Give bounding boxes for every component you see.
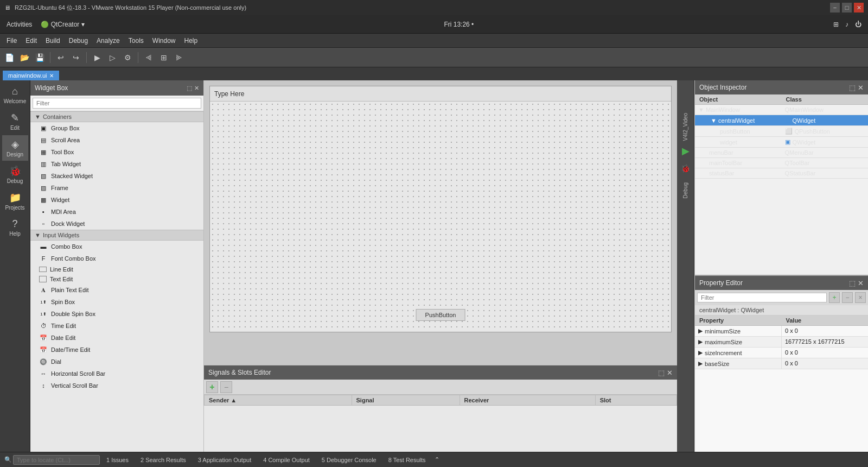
wb-tab-widget[interactable]: ▥ Tab Widget [30,158,203,170]
obj-row-pushbutton[interactable]: pushButton ⬜QPushButton [695,126,868,137]
prop-row-maximumsize[interactable]: ▶ maximumSize 16777215 x 16777215 [695,337,868,348]
obj-row-widget[interactable]: widget ▣QWidget [695,137,868,148]
push-button-widget[interactable]: PushButton [416,309,465,321]
prop-filter-remove[interactable]: − [842,292,853,303]
obj-row-mainwindow[interactable]: ▼ MainWindow QMainWindow [695,105,868,115]
wb-vscrollbar[interactable]: ↕ Vertical Scroll Bar [30,380,203,392]
maximize-button[interactable]: □ [842,3,852,12]
prop-filter-add[interactable]: + [829,292,840,303]
wb-mdi-area[interactable]: ▪ MDI Area [30,206,203,218]
wb-text-edit[interactable]: Text Edit [30,274,203,284]
menu-tools[interactable]: Tools [124,36,148,46]
prop-editor-float[interactable]: ⬚ [849,279,856,287]
sidebar-projects[interactable]: 📁 Projects [2,188,28,214]
qtcreator-menu[interactable]: 🟢 QtCreator ▾ [41,21,84,28]
obj-row-toolbar[interactable]: mainToolBar QToolBar [695,158,868,168]
toolbar-run[interactable]: ▷ [105,51,119,65]
prop-row-minimumsize[interactable]: ▶ minimumSize 0 x 0 [695,326,868,337]
toolbar-align-left[interactable]: ⫷ [142,51,156,65]
menu-help[interactable]: Help [180,36,202,46]
toolbar-align-right[interactable]: ⫸ [172,51,186,65]
bottom-tab-issues[interactable]: 1 Issues [101,456,134,464]
activities-button[interactable]: Activities [7,21,32,28]
widget-box-filter-input[interactable] [33,98,201,109]
wb-double-spin-box[interactable]: 1⬆ Double Spin Box [30,308,203,320]
obj-inspector-float[interactable]: ⬚ [849,84,856,92]
v4i2-debug-button[interactable]: 🐞 [678,161,693,176]
obj-row-menubar[interactable]: menuBar QMenuBar [695,148,868,158]
prop-context-label: centralWidget : QWidget [699,307,764,313]
widget-box-close[interactable]: ✕ [194,85,199,92]
wb-tool-box[interactable]: ▦ Tool Box [30,146,203,158]
signals-remove-button[interactable]: − [220,381,232,393]
wb-scroll-area[interactable]: ▤ Scroll Area [30,134,203,146]
prop-filter-clear[interactable]: × [855,292,866,303]
menu-debug[interactable]: Debug [65,36,92,46]
wb-time-edit[interactable]: ⏱ Time Edit [30,320,203,332]
canvas-body[interactable]: PushButton [210,102,671,332]
wb-widget[interactable]: ▩ Widget [30,194,203,206]
wb-hscrollbar[interactable]: ↔ Horizontal Scroll Bar [30,368,203,380]
wb-line-edit[interactable]: Line Edit [30,264,203,274]
wb-widget-label: Widget [51,197,69,203]
toolbar-build[interactable]: ▶ [90,51,104,65]
canvas-menu-placeholder[interactable]: Type Here [214,90,244,98]
wb-stacked-widget[interactable]: ▧ Stacked Widget [30,170,203,182]
menu-build[interactable]: Build [41,36,65,46]
wb-date-edit[interactable]: 📅 Date Edit [30,332,203,344]
frame-icon: ▨ [39,184,48,192]
obj-row-centralwidget[interactable]: ▼ centralWidget ▣QWidget [695,115,868,126]
wb-frame[interactable]: ▨ Frame [30,182,203,194]
toolbar-debug-run[interactable]: ⚙ [120,51,135,65]
toolbar-align-center[interactable]: ⊞ [157,51,171,65]
bottom-tab-debugger[interactable]: 5 Debugger Console [316,456,382,464]
menu-edit[interactable]: Edit [21,36,41,46]
toolbar-new[interactable]: 📄 [2,51,16,65]
bottom-tab-tests[interactable]: 8 Test Results [383,456,431,464]
tab-close-icon[interactable]: ✕ [49,73,54,79]
bottom-tab-appout[interactable]: 3 Application Output [193,456,257,464]
sidebar-edit[interactable]: ✎ Edit [2,109,28,134]
menu-file[interactable]: File [2,36,21,46]
wb-dial[interactable]: 🔘 Dial [30,356,203,368]
prop-row-sizeincrement[interactable]: ▶ sizeIncrement 0 x 0 [695,348,868,358]
property-filter-input[interactable] [697,293,827,302]
locate-input[interactable] [13,455,100,465]
sidebar-debug[interactable]: 🐞 Debug [2,162,28,187]
menu-analyze[interactable]: Analyze [92,36,124,46]
prop-name-maximumsize: ▶ maximumSize [695,337,782,347]
close-button[interactable]: ✕ [854,3,864,12]
toolbar-redo[interactable]: ↪ [69,51,83,65]
wb-dock-widget-label: Dock Widget [51,220,85,227]
signals-float[interactable]: ⬚ [658,369,665,377]
toolbar-undo[interactable]: ↩ [54,51,68,65]
prop-row-basesize[interactable]: ▶ baseSize 0 x 0 [695,358,868,369]
bottom-tab-search[interactable]: 2 Search Results [135,456,192,464]
bottom-tab-compile[interactable]: 4 Compile Output [258,456,315,464]
sidebar-welcome[interactable]: ⌂ Welcome [2,83,28,108]
signals-close[interactable]: ✕ [667,369,673,377]
tab-mainwindow[interactable]: mainwindow.ui ✕ [2,70,60,80]
group-box-icon: ▣ [39,124,48,132]
minimize-button[interactable]: − [830,3,840,12]
wb-group-box[interactable]: ▣ Group Box [30,122,203,134]
wb-plain-text-edit[interactable]: 𝐀 Plain Text Edit [30,284,203,296]
toolbar-open[interactable]: 📂 [17,51,31,65]
wb-datetime-edit[interactable]: 📅 Date/Time Edit [30,344,203,356]
sidebar-help[interactable]: ? Help [2,215,28,240]
obj-row-statusbar[interactable]: statusBar QStatusBar [695,168,868,179]
wb-stacked-widget-label: Stacked Widget [51,173,93,179]
menu-window[interactable]: Window [148,36,180,46]
sidebar-design[interactable]: ◈ Design [2,135,28,161]
wb-font-combo-box[interactable]: F Font Combo Box [30,253,203,264]
v4i2-run-button[interactable]: ▶ [678,143,693,159]
canvas-area[interactable]: Type Here PushButton [204,80,677,365]
toolbar-save[interactable]: 💾 [33,51,47,65]
widget-box-float[interactable]: ⬚ [187,85,192,92]
prop-editor-close[interactable]: ✕ [858,279,864,287]
wb-spin-box[interactable]: 1⬆ Spin Box [30,296,203,308]
signals-add-button[interactable]: + [206,381,218,393]
wb-dock-widget[interactable]: ▫ Dock Widget [30,218,203,230]
wb-combo-box[interactable]: ▬ Combo Box [30,241,203,253]
obj-inspector-close[interactable]: ✕ [858,84,864,92]
